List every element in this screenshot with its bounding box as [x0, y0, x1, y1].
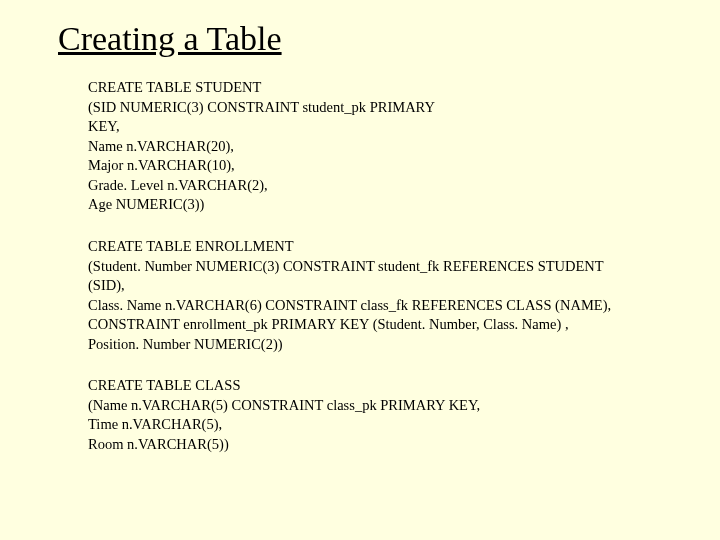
sql-line: Room n.VARCHAR(5)) — [88, 435, 668, 455]
sql-line: Position. Number NUMERIC(2)) — [88, 335, 668, 355]
sql-block-class: CREATE TABLE CLASS (Name n.VARCHAR(5) CO… — [88, 376, 668, 454]
sql-line: Age NUMERIC(3)) — [88, 195, 668, 215]
sql-line: (Name n.VARCHAR(5) CONSTRAINT class_pk P… — [88, 396, 668, 416]
sql-line: CONSTRAINT enrollment_pk PRIMARY KEY (St… — [88, 315, 668, 335]
sql-line: CREATE TABLE CLASS — [88, 376, 668, 396]
sql-line: Grade. Level n.VARCHAR(2), — [88, 176, 668, 196]
sql-line: (SID NUMERIC(3) CONSTRAINT student_pk PR… — [88, 98, 668, 118]
sql-line: (SID), — [88, 276, 668, 296]
slide: Creating a Table CREATE TABLE STUDENT (S… — [0, 0, 720, 455]
sql-line: Class. Name n.VARCHAR(6) CONSTRAINT clas… — [88, 296, 668, 316]
sql-line: Time n.VARCHAR(5), — [88, 415, 668, 435]
sql-line: KEY, — [88, 117, 668, 137]
sql-block-enrollment: CREATE TABLE ENROLLMENT (Student. Number… — [88, 237, 668, 354]
sql-line: CREATE TABLE ENROLLMENT — [88, 237, 668, 257]
sql-block-student: CREATE TABLE STUDENT (SID NUMERIC(3) CON… — [88, 78, 668, 215]
sql-line: CREATE TABLE STUDENT — [88, 78, 668, 98]
sql-line: Name n.VARCHAR(20), — [88, 137, 668, 157]
page-title: Creating a Table — [58, 20, 720, 58]
sql-line: (Student. Number NUMERIC(3) CONSTRAINT s… — [88, 257, 668, 277]
sql-line: Major n.VARCHAR(10), — [88, 156, 668, 176]
